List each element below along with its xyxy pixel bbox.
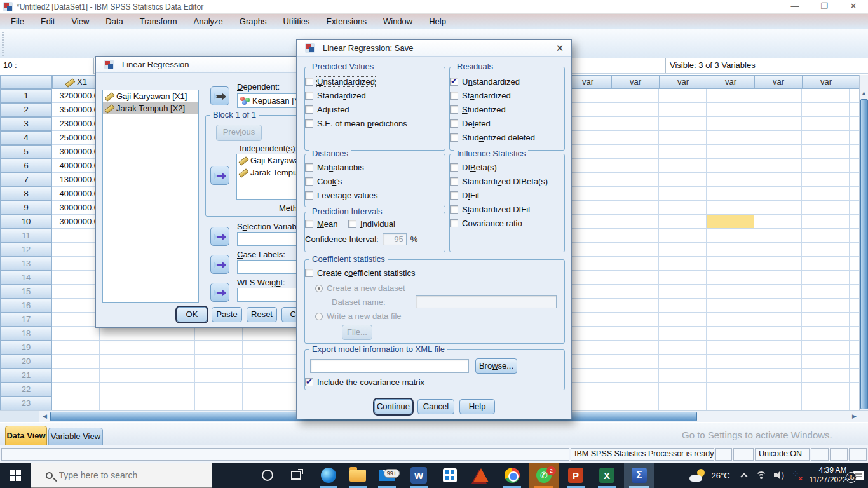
row-header[interactable]: 23 bbox=[0, 396, 52, 410]
row-header[interactable]: 11 bbox=[0, 229, 52, 243]
checkbox[interactable] bbox=[305, 92, 313, 100]
search-input[interactable] bbox=[58, 470, 198, 481]
checkbox-mahalanobis[interactable]: Mahalanobis bbox=[305, 162, 364, 173]
row-header[interactable]: 14 bbox=[0, 271, 52, 285]
checkbox-create-coefficient-statistics[interactable]: Create coefficient statistics bbox=[305, 268, 415, 278]
xml-path-input[interactable] bbox=[310, 359, 469, 373]
restore-button[interactable]: ❐ bbox=[810, 0, 839, 14]
close-button[interactable]: ✕ bbox=[839, 0, 868, 14]
checkbox-se-mean-predictions[interactable]: S.E. of mean predictions bbox=[305, 118, 407, 129]
radio-create-new-dataset[interactable]: Create a new dataset bbox=[315, 283, 405, 294]
taskbar-excel[interactable]: X bbox=[593, 463, 621, 488]
tab-variable-view[interactable]: Variable View bbox=[48, 428, 103, 445]
move-selection-button[interactable] bbox=[210, 227, 229, 246]
checkbox[interactable] bbox=[305, 105, 313, 114]
checkbox[interactable] bbox=[305, 378, 313, 386]
data-cell-x1[interactable]: 2300000.0 bbox=[52, 117, 100, 131]
tray-show-hidden-icons[interactable] bbox=[736, 463, 752, 488]
row-header[interactable]: 16 bbox=[0, 299, 52, 313]
minimize-button[interactable]: — bbox=[780, 0, 810, 14]
var-column-header[interactable]: var bbox=[802, 75, 850, 89]
taskbar-file-explorer[interactable] bbox=[344, 463, 372, 488]
taskbar-edge[interactable] bbox=[315, 463, 342, 488]
checkbox[interactable] bbox=[450, 177, 458, 186]
move-case-labels-button[interactable] bbox=[210, 255, 229, 274]
row-header[interactable]: 15 bbox=[0, 285, 52, 299]
highlighted-cell[interactable] bbox=[707, 215, 754, 228]
checkbox-individual[interactable]: Individual bbox=[348, 219, 395, 229]
menu-utilities[interactable]: Utilities bbox=[275, 14, 318, 29]
move-wls-button[interactable] bbox=[210, 283, 229, 302]
menu-help[interactable]: Help bbox=[421, 14, 454, 29]
vertical-scrollbar[interactable]: ▲ bbox=[859, 75, 868, 410]
menu-file[interactable]: File bbox=[3, 14, 32, 29]
ok-button[interactable]: OK bbox=[177, 307, 207, 322]
row-header[interactable]: 21 bbox=[0, 369, 52, 383]
taskbar-search[interactable] bbox=[31, 463, 212, 488]
menu-view[interactable]: View bbox=[63, 14, 97, 29]
dialog-close-icon[interactable]: ✕ bbox=[553, 43, 566, 54]
checkbox-unstandardized-predicted[interactable]: Unstandardized bbox=[305, 76, 375, 87]
checkbox[interactable] bbox=[305, 119, 313, 128]
radio-button[interactable] bbox=[315, 285, 323, 292]
data-cell-x1[interactable]: 3000000.0 bbox=[52, 145, 100, 159]
continue-button[interactable]: Continue bbox=[374, 399, 412, 414]
radio-button[interactable] bbox=[315, 313, 323, 320]
row-header[interactable]: 5 bbox=[0, 145, 52, 159]
row-header[interactable]: 3 bbox=[0, 117, 52, 131]
var-column-header[interactable]: var bbox=[659, 75, 707, 89]
menu-edit[interactable]: Edit bbox=[32, 14, 63, 29]
browse-button[interactable]: Browse... bbox=[475, 358, 517, 374]
row-header[interactable]: 13 bbox=[0, 257, 52, 271]
reset-button[interactable]: Reset bbox=[247, 307, 277, 322]
checkbox-standardized-predicted[interactable]: Standardized bbox=[305, 90, 366, 101]
var-column-header[interactable]: var bbox=[707, 75, 755, 89]
row-header[interactable]: 18 bbox=[0, 327, 52, 341]
row-header[interactable]: 6 bbox=[0, 159, 52, 173]
tab-data-view[interactable]: Data View bbox=[5, 426, 47, 445]
checkbox-studentized[interactable]: Studentized bbox=[450, 104, 506, 115]
row-header[interactable]: 9 bbox=[0, 201, 52, 215]
checkbox[interactable] bbox=[450, 163, 458, 172]
checkbox[interactable] bbox=[450, 78, 458, 86]
checkbox[interactable] bbox=[305, 78, 313, 86]
checkbox[interactable] bbox=[305, 191, 313, 200]
taskbar-powerpoint[interactable]: P bbox=[562, 463, 590, 488]
checkbox-cooks[interactable]: Cook's bbox=[305, 176, 342, 187]
row-header[interactable]: 12 bbox=[0, 243, 52, 257]
checkbox[interactable] bbox=[305, 177, 313, 186]
checkbox-deleted[interactable]: Deleted bbox=[450, 118, 491, 129]
data-cell-x1[interactable]: 2500000.0 bbox=[52, 131, 100, 145]
previous-button[interactable]: Previous bbox=[216, 125, 262, 141]
variable-item[interactable]: Jarak Tempuh [X2] bbox=[103, 102, 198, 114]
checkbox[interactable] bbox=[450, 92, 458, 100]
task-view-button[interactable] bbox=[283, 463, 309, 488]
checkbox-covariance-ratio[interactable]: Covariance ratio bbox=[450, 218, 522, 229]
checkbox-unstandardized-residuals[interactable]: Unstandardized bbox=[450, 76, 520, 87]
row-header[interactable]: 7 bbox=[0, 173, 52, 187]
checkbox[interactable] bbox=[450, 205, 458, 214]
checkbox-dffit[interactable]: DfFit bbox=[450, 190, 479, 201]
menu-window[interactable]: Window bbox=[375, 14, 421, 29]
menu-extensions[interactable]: Extensions bbox=[318, 14, 375, 29]
taskbar-whatsapp[interactable]: ✆2 bbox=[529, 463, 559, 488]
checkbox[interactable] bbox=[450, 105, 458, 114]
dataset-name-input[interactable] bbox=[416, 295, 557, 308]
column-header-x1[interactable]: X1 bbox=[52, 75, 100, 89]
checkbox[interactable] bbox=[348, 220, 356, 228]
data-cell-x1[interactable]: 3500000.0 bbox=[52, 103, 100, 117]
save-dialog-titlebar[interactable]: Linear Regression: Save ✕ bbox=[297, 40, 571, 57]
menu-graphs[interactable]: Graphs bbox=[231, 14, 275, 29]
taskbar-word[interactable]: W bbox=[405, 463, 433, 488]
vertical-scroll-thumb[interactable] bbox=[860, 99, 868, 409]
checkbox-studentized-deleted[interactable]: Studentized deleted bbox=[450, 132, 535, 143]
confidence-interval-input[interactable] bbox=[383, 233, 407, 245]
row-header[interactable]: 2 bbox=[0, 103, 52, 117]
move-independent-button[interactable] bbox=[210, 166, 229, 185]
variable-item[interactable]: Gaji Karyawan [X1] bbox=[103, 90, 198, 102]
move-dependent-button[interactable] bbox=[210, 86, 229, 105]
source-variables-list[interactable]: Gaji Karyawan [X1]Jarak Tempuh [X2] bbox=[102, 90, 199, 303]
checkbox[interactable] bbox=[305, 163, 313, 172]
toolbar-grip[interactable] bbox=[2, 32, 4, 56]
cancel-button[interactable]: Cancel bbox=[417, 399, 454, 414]
